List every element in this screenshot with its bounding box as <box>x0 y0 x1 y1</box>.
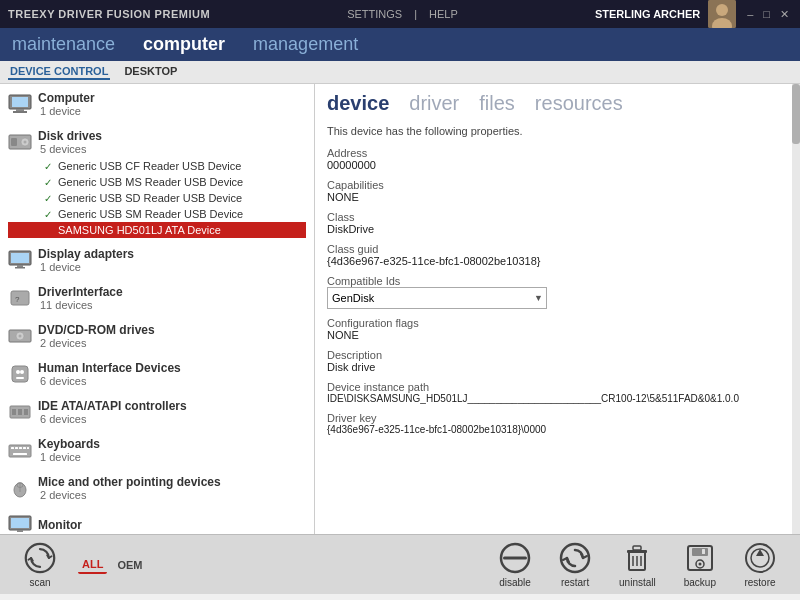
restore-label: restore <box>744 577 775 588</box>
restart-icon <box>559 542 591 574</box>
prop-address-label: Address <box>327 147 788 159</box>
category-computer-count: 1 device <box>40 105 95 117</box>
category-computer-header[interactable]: Computer 1 device <box>8 88 306 120</box>
backup-icon <box>684 542 716 574</box>
content-tabs: device driver files resources <box>327 92 788 117</box>
device-usb-sd[interactable]: ✓ Generic USB SD Reader USB Device <box>8 190 306 206</box>
uninstall-label: uninstall <box>619 577 656 588</box>
prop-compat-label: Compatible Ids <box>327 275 788 287</box>
mice-icon <box>8 476 32 500</box>
tab-driver[interactable]: driver <box>409 92 459 117</box>
scan-button[interactable]: scan <box>16 538 64 592</box>
category-dvd-count: 2 devices <box>40 337 155 349</box>
svg-rect-8 <box>11 138 17 146</box>
category-disk-title: Disk drives <box>38 129 102 143</box>
property-compatible-ids: Compatible Ids GenDisk ▼ <box>327 275 788 309</box>
titlebar-right: STERLING ARCHER – □ ✕ <box>595 0 792 28</box>
subnav-desktop[interactable]: DESKTOP <box>122 64 179 80</box>
minimize-button[interactable]: – <box>744 8 756 21</box>
category-keyboards-count: 1 device <box>40 451 100 463</box>
category-display: Display adapters 1 device <box>0 240 314 278</box>
category-dvd-header[interactable]: DVD/CD-ROM drives 2 devices <box>8 320 306 352</box>
prop-driverkey-value: {4d36e967-e325-11ce-bfc1-08002be10318}\0… <box>327 424 788 435</box>
property-class: Class DiskDrive <box>327 211 788 235</box>
category-monitor-header[interactable]: Monitor <box>8 510 306 534</box>
tab-device[interactable]: device <box>327 92 389 117</box>
maximize-button[interactable]: □ <box>760 8 773 21</box>
disk-icon <box>8 130 32 154</box>
category-driver-interface: ? DriverInterface 11 devices <box>0 278 314 316</box>
filter-all-button[interactable]: ALL <box>78 556 107 574</box>
category-keyboards-title: Keyboards <box>38 437 100 451</box>
device-samsung[interactable]: SAMSUNG HD501LJ ATA Device <box>8 222 306 238</box>
close-button[interactable]: ✕ <box>777 8 792 21</box>
window-controls: – □ ✕ <box>744 8 792 21</box>
filter-buttons: ALL OEM <box>78 556 146 574</box>
svg-rect-43 <box>503 556 527 559</box>
category-hid-header[interactable]: Human Interface Devices 6 devices <box>8 358 306 390</box>
category-dvd-title: DVD/CD-ROM drives <box>38 323 155 337</box>
device-usb-sm[interactable]: ✓ Generic USB SM Reader USB Device <box>8 206 306 222</box>
restart-button[interactable]: restart <box>551 538 599 592</box>
property-address: Address 00000000 <box>327 147 788 171</box>
help-link[interactable]: HELP <box>429 8 458 20</box>
nav-management[interactable]: management <box>249 32 362 57</box>
category-display-title: Display adapters <box>38 247 134 261</box>
compatible-ids-dropdown[interactable]: GenDisk <box>327 287 547 309</box>
svg-point-10 <box>24 141 27 144</box>
ide-icon <box>8 400 32 424</box>
device-usb-ms[interactable]: ✓ Generic USB MS Reader USB Device <box>8 174 306 190</box>
subnav-device-control[interactable]: DEVICE CONTROL <box>8 64 110 80</box>
category-driver-header[interactable]: ? DriverInterface 11 devices <box>8 282 306 314</box>
nav-maintenance[interactable]: maintenance <box>8 32 119 57</box>
prop-classguid-value: {4d36e967-e325-11ce-bfc1-08002be10318} <box>327 255 788 267</box>
backup-button[interactable]: backup <box>676 538 724 592</box>
sidebar: Computer 1 device Disk drives <box>0 84 315 534</box>
svg-rect-47 <box>633 546 641 550</box>
svg-point-22 <box>20 370 24 374</box>
tab-resources[interactable]: resources <box>535 92 623 117</box>
check-usb-ms: ✓ <box>44 177 54 188</box>
disable-button[interactable]: disable <box>491 538 539 592</box>
category-ide-header[interactable]: IDE ATA/ATAPI controllers 6 devices <box>8 396 306 428</box>
device-usb-sm-label: Generic USB SM Reader USB Device <box>58 208 243 220</box>
category-display-count: 1 device <box>40 261 134 273</box>
category-mice-header[interactable]: Mice and other pointing devices 2 device… <box>8 472 306 504</box>
hid-icon <box>8 362 32 386</box>
subnav: DEVICE CONTROL DESKTOP <box>0 61 800 84</box>
svg-rect-32 <box>23 447 26 449</box>
svg-rect-23 <box>16 377 24 379</box>
keyboard-icon <box>8 438 32 462</box>
prop-class-value: DiskDrive <box>327 223 788 235</box>
compatible-ids-wrapper: GenDisk ▼ <box>327 287 547 309</box>
svg-rect-6 <box>13 111 27 113</box>
device-usb-cf[interactable]: ✓ Generic USB CF Reader USB Device <box>8 158 306 174</box>
prop-cap-label: Capabilities <box>327 179 788 191</box>
category-keyboards-header[interactable]: Keyboards 1 device <box>8 434 306 466</box>
uninstall-button[interactable]: uninstall <box>611 538 664 592</box>
svg-rect-52 <box>692 548 708 556</box>
prop-driverkey-label: Driver key <box>327 412 788 424</box>
category-disk-header[interactable]: Disk drives 5 devices <box>8 126 306 158</box>
prop-devpath-value: IDE\DISKSAMSUNG_HD501LJ_________________… <box>327 393 788 404</box>
category-monitor: Monitor <box>0 506 314 534</box>
category-display-header[interactable]: Display adapters 1 device <box>8 244 306 276</box>
category-ide-count: 6 devices <box>40 413 187 425</box>
svg-rect-26 <box>18 409 22 415</box>
content-panel: device driver files resources This devic… <box>315 84 800 534</box>
filter-oem-button[interactable]: OEM <box>113 557 146 573</box>
svg-rect-39 <box>11 518 29 528</box>
tab-files[interactable]: files <box>479 92 515 117</box>
property-config-flags: Configuration flags NONE <box>327 317 788 341</box>
settings-link[interactable]: SETTINGS <box>347 8 402 20</box>
category-ide: IDE ATA/ATAPI controllers 6 devices <box>0 392 314 430</box>
scroll-thumb <box>792 84 800 144</box>
restore-button[interactable]: restore <box>736 538 784 592</box>
device-usb-sd-label: Generic USB SD Reader USB Device <box>58 192 242 204</box>
titlebar-nav: SETTINGS | HELP <box>347 8 458 20</box>
monitor-icon <box>8 513 32 534</box>
prop-configflags-label: Configuration flags <box>327 317 788 329</box>
nav-computer[interactable]: computer <box>139 32 229 57</box>
content-scrollbar[interactable] <box>792 84 800 534</box>
svg-point-1 <box>716 4 728 16</box>
